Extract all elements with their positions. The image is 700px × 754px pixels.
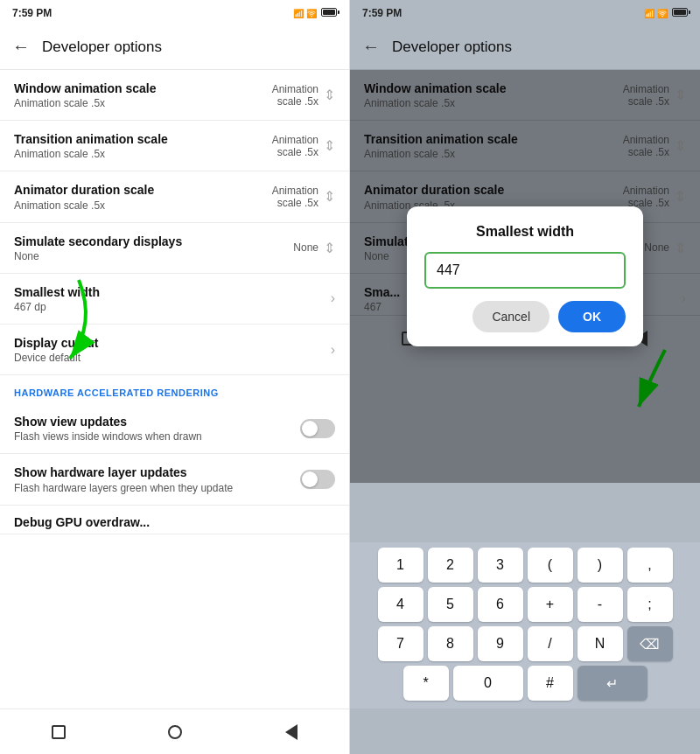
key-plus[interactable]: + <box>528 587 573 622</box>
key-backspace[interactable]: ⌫ <box>627 626 673 661</box>
section-header-hardware: HARDWARE ACCELERATED RENDERING <box>0 375 349 403</box>
left-status-bar: 7:59 PM 📶 🛜 <box>0 0 349 24</box>
battery-fill <box>674 10 686 15</box>
left-back-button[interactable]: ← <box>12 37 30 57</box>
item-title: Window animation scale <box>14 80 265 96</box>
item-title: Display cutout <box>14 335 320 351</box>
chevron-up-down-icon: ⇕ <box>324 137 335 154</box>
item-subtitle: 467 dp <box>14 301 320 313</box>
item-title: Debug GPU overdraw... <box>14 514 335 530</box>
item-left: Window animation scale Animation scale .… <box>14 80 265 109</box>
smallest-width-input[interactable] <box>424 252 626 289</box>
display-cutout-item[interactable]: Display cutout Device default › <box>0 325 349 375</box>
key-6[interactable]: 6 <box>478 587 523 622</box>
item-subtitle: Animation scale .5x <box>14 199 265 212</box>
item-title: Simulate secondary displays <box>14 234 286 249</box>
wifi-icon: 🛜 <box>306 9 317 18</box>
chevron-right-icon: › <box>331 290 335 306</box>
key-semicolon[interactable]: ; <box>627 587 673 622</box>
chevron-up-down-icon: ⇕ <box>324 188 335 205</box>
key-open-paren[interactable]: ( <box>528 548 573 583</box>
dialog-overlay: Smallest width Cancel OK <box>350 70 700 483</box>
item-title: Show hardware layer updates <box>14 464 300 480</box>
item-left: Show view updates Flash views inside win… <box>14 414 300 443</box>
triangle-icon <box>285 724 298 740</box>
item-title: Animator duration scale <box>14 182 265 198</box>
list-item[interactable]: Animator duration scale Animation scale … <box>0 171 349 222</box>
left-settings-list: Window animation scale Animation scale .… <box>0 70 349 709</box>
right-status-icons: 📶 🛜 <box>644 8 688 18</box>
show-hardware-layer-updates-item[interactable]: Show hardware layer updates Flash hardwa… <box>0 454 349 505</box>
left-app-header: ← Developer options <box>0 24 349 70</box>
right-status-time: 7:59 PM <box>362 7 402 19</box>
show-hardware-layer-updates-toggle[interactable] <box>300 470 335 489</box>
list-item[interactable]: Simulate secondary displays None None ⇕ <box>0 223 349 274</box>
key-enter[interactable]: ↵ <box>578 666 648 701</box>
item-subtitle: Animation scale .5x <box>14 148 265 160</box>
battery-fill <box>323 10 335 15</box>
key-hash[interactable]: # <box>528 666 573 701</box>
left-status-icons: 📶 🛜 <box>293 8 337 18</box>
smallest-width-dialog: Smallest width Cancel OK <box>407 206 643 346</box>
show-view-updates-toggle[interactable] <box>300 419 335 438</box>
dialog-ok-button[interactable]: OK <box>558 301 626 332</box>
key-7[interactable]: 7 <box>378 626 424 661</box>
key-8[interactable]: 8 <box>428 626 473 661</box>
item-left: Debug GPU overdraw... <box>14 514 335 530</box>
show-view-updates-item[interactable]: Show view updates Flash views inside win… <box>0 403 349 454</box>
dialog-cancel-button[interactable]: Cancel <box>472 301 550 332</box>
item-subtitle: Animation scale .5x <box>14 97 265 109</box>
key-comma[interactable]: , <box>627 548 673 583</box>
battery-icon <box>321 8 337 17</box>
key-close-paren[interactable]: ) <box>578 548 623 583</box>
smallest-width-item[interactable]: Smallest width 467 dp › <box>0 274 349 325</box>
keyboard-row-1: 1 2 3 ( ) , <box>354 548 696 583</box>
key-1[interactable]: 1 <box>378 548 424 583</box>
signal-icon: 📶 <box>293 9 304 18</box>
square-icon <box>52 725 66 739</box>
key-0[interactable]: 0 <box>453 666 523 701</box>
wifi-icon: 🛜 <box>657 9 668 18</box>
item-right-value: Animationscale .5x ⇕ <box>272 134 335 158</box>
left-nav-bar <box>0 709 349 754</box>
dialog-buttons: Cancel OK <box>424 301 626 332</box>
item-subtitle: Flash hardware layers green when they up… <box>14 482 300 494</box>
key-asterisk[interactable]: * <box>403 666 449 701</box>
item-left: Show hardware layer updates Flash hardwa… <box>14 464 300 493</box>
key-4[interactable]: 4 <box>378 587 424 622</box>
item-subtitle: Device default <box>14 352 320 364</box>
circle-icon <box>168 725 182 739</box>
item-left: Transition animation scale Animation sca… <box>14 131 265 160</box>
left-nav-square-button[interactable] <box>45 718 73 746</box>
key-n[interactable]: N <box>578 626 623 661</box>
item-right-value: None ⇕ <box>293 240 335 256</box>
chevron-right-icon: › <box>331 342 335 358</box>
debug-gpu-item[interactable]: Debug GPU overdraw... <box>0 506 349 534</box>
key-3[interactable]: 3 <box>478 548 523 583</box>
signal-icon: 📶 <box>644 9 654 18</box>
key-5[interactable]: 5 <box>428 587 473 622</box>
list-item[interactable]: Window animation scale Animation scale .… <box>0 70 349 121</box>
item-left: Animator duration scale Animation scale … <box>14 182 265 211</box>
left-nav-back-button[interactable] <box>277 718 305 746</box>
item-left: Simulate secondary displays None <box>14 234 286 262</box>
right-back-button[interactable]: ← <box>362 37 380 57</box>
left-status-time: 7:59 PM <box>12 7 52 19</box>
key-slash[interactable]: / <box>528 626 573 661</box>
right-app-header: ← Developer options <box>350 24 700 70</box>
keyboard-row-4: * 0 # ↵ <box>354 666 696 701</box>
key-9[interactable]: 9 <box>478 626 523 661</box>
key-2[interactable]: 2 <box>428 548 473 583</box>
chevron-up-down-icon: ⇕ <box>324 87 335 103</box>
item-right-value: Animationscale .5x ⇕ <box>272 83 335 108</box>
battery-icon <box>672 8 688 17</box>
left-phone-panel: 7:59 PM 📶 🛜 ← Developer options Window a… <box>0 0 350 754</box>
key-minus[interactable]: - <box>578 587 623 622</box>
right-status-bar: 7:59 PM 📶 🛜 <box>350 0 700 24</box>
right-phone-panel: 7:59 PM 📶 🛜 ← Developer options Window a… <box>350 0 700 754</box>
list-item[interactable]: Transition animation scale Animation sca… <box>0 121 349 171</box>
left-nav-circle-button[interactable] <box>161 718 189 746</box>
chevron-up-down-icon: ⇕ <box>324 240 335 256</box>
left-page-title: Developer options <box>42 38 162 56</box>
item-left: Smallest width 467 dp <box>14 284 320 313</box>
